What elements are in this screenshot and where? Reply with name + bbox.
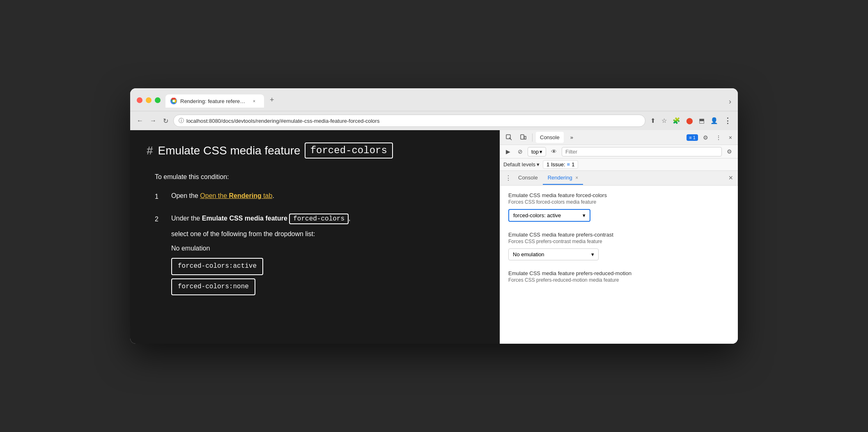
prefers-contrast-dropdown-icon: ▾ <box>591 251 594 257</box>
link-open: Open the <box>200 192 229 199</box>
url-bar[interactable]: ⓘ localhost:8080/docs/devtools/rendering… <box>173 115 645 127</box>
inspect-element-button[interactable] <box>503 133 515 142</box>
nav-actions: ⬆ ☆ 🧩 ⬤ ⬒ 👤 ⋮ <box>649 115 733 127</box>
title-bar: Rendering: feature reference - × + › <box>130 88 738 111</box>
forced-colors-selected: forced-colors: active <box>513 212 561 218</box>
option-no-emulation: No emulation <box>171 243 483 254</box>
heading-code-box: forced-colors <box>305 142 393 159</box>
heading-main-text: Emulate CSS media feature <box>158 144 301 157</box>
minimize-button[interactable] <box>146 97 152 103</box>
browser-window: Rendering: feature reference - × + › ← →… <box>130 88 738 344</box>
tab-close-button[interactable]: × <box>251 98 257 104</box>
console-page-tab[interactable]: Console <box>513 171 543 185</box>
page-content: # Emulate CSS media feature forced-color… <box>130 130 500 344</box>
devtools-panel: Console » ≡ 1 ⚙ ⋮ × <box>500 130 738 344</box>
steps-list: 1 Open the Open the Rendering tab. 2 U <box>155 191 483 299</box>
more-options-button[interactable]: ⋮ <box>713 133 724 142</box>
settings-button[interactable]: ⚙ <box>700 133 711 142</box>
filter-input[interactable] <box>562 147 722 156</box>
prefers-reduced-motion-sublabel: Forces CSS prefers-reduced-motion media … <box>508 277 730 283</box>
devtools-toolbar: Console » ≡ 1 ⚙ ⋮ × <box>500 130 738 145</box>
close-devtools-button[interactable]: × <box>726 133 735 142</box>
clear-console-button[interactable]: ▶ <box>503 147 513 156</box>
levels-row: Default levels ▾ 1 Issue: ≡ 1 <box>500 159 738 171</box>
prefers-reduced-motion-label: Emulate CSS media feature prefers-reduce… <box>508 270 730 276</box>
step-2-sub: select one of the following from the dro… <box>171 229 483 239</box>
maximize-button[interactable] <box>155 97 161 103</box>
toolbar-separator <box>532 133 533 142</box>
levels-dropdown-icon: ▾ <box>537 161 540 168</box>
page-body: To emulate this condition: 1 Open the Op… <box>147 172 483 299</box>
info-icon: ⓘ <box>179 117 184 124</box>
share-button[interactable]: ⬆ <box>649 115 657 126</box>
default-levels-button[interactable]: Default levels ▾ <box>503 161 540 168</box>
eye-button[interactable]: 👁 <box>549 147 559 156</box>
step-2-text: Under the Emulate CSS media feature forc… <box>171 213 483 225</box>
forced-colors-label: Emulate CSS media feature forced-colors <box>508 192 730 198</box>
step-1-num: 1 <box>155 191 163 202</box>
reload-button[interactable]: ↻ <box>161 115 170 126</box>
forced-colors-dropdown-icon: ▾ <box>583 212 586 218</box>
extensions-button[interactable]: 🧩 <box>671 115 682 126</box>
step-2-options: No emulation forced-colors:active forced… <box>171 243 483 295</box>
tab-label: Rendering: feature reference - <box>180 98 248 104</box>
issue-badge: ≡ 1 <box>687 134 698 141</box>
window-controls <box>137 97 161 103</box>
link-tab: tab <box>262 192 273 199</box>
forced-colors-section: Emulate CSS media feature forced-colors … <box>508 192 730 222</box>
tab-dots-menu[interactable]: ⋮ <box>503 171 513 185</box>
issue-count-badge[interactable]: 1 Issue: ≡ 1 <box>543 160 578 169</box>
heading-hash: # <box>147 144 153 157</box>
prefers-contrast-dropdown[interactable]: No emulation ▾ <box>508 248 599 260</box>
forward-button[interactable]: → <box>148 115 158 126</box>
step-1-period: . <box>272 192 274 199</box>
step-1-text: Open the Open the Rendering tab. <box>171 191 483 201</box>
step-2: 2 Under the Emulate CSS media feature fo… <box>155 213 483 299</box>
rendering-tab-close[interactable]: × <box>575 175 578 181</box>
badge-icon: ≡ <box>689 135 691 140</box>
console-tab-button[interactable]: Console <box>536 132 564 143</box>
step-2-code: forced-colors <box>289 214 349 224</box>
rendering-tab-link[interactable]: Open the Rendering tab <box>200 192 272 199</box>
profile-button[interactable]: 👤 <box>709 115 720 126</box>
content-area: # Emulate CSS media feature forced-color… <box>130 130 738 344</box>
close-button[interactable] <box>137 97 142 103</box>
tab-bar: Rendering: feature reference - × + › <box>165 92 731 108</box>
step-2-content: Under the Emulate CSS media feature forc… <box>171 213 483 299</box>
back-button[interactable]: ← <box>135 115 145 126</box>
page-heading: # Emulate CSS media feature forced-color… <box>147 142 483 159</box>
step-2-num: 2 <box>155 214 163 225</box>
recorder-button[interactable]: ⬤ <box>684 115 695 126</box>
prefers-contrast-sublabel: Forces CSS prefers-contrast media featur… <box>508 239 730 244</box>
svg-rect-5 <box>521 135 524 139</box>
no-errors-button[interactable]: ⊘ <box>515 147 525 156</box>
chevron-icon: › <box>729 97 731 106</box>
forced-colors-dropdown[interactable]: forced-colors: active ▾ <box>508 209 590 222</box>
context-selector[interactable]: top ▾ <box>528 147 546 156</box>
close-icon: × <box>729 134 732 141</box>
bookmark-button[interactable]: ☆ <box>660 115 668 126</box>
device-icon <box>520 134 526 141</box>
nav-bar: ← → ↻ ⓘ localhost:8080/docs/devtools/ren… <box>130 111 738 130</box>
rendering-page-tab[interactable]: Rendering × <box>543 171 583 185</box>
intro-text: To emulate this condition: <box>155 172 483 182</box>
split-view-button[interactable]: ⬒ <box>697 115 706 126</box>
settings-icon: ⚙ <box>703 134 708 141</box>
active-tab[interactable]: Rendering: feature reference - × <box>165 94 264 108</box>
rendering-bold: Rendering <box>229 192 262 199</box>
close-all-button[interactable]: × <box>727 172 735 184</box>
device-toggle-button[interactable] <box>517 133 529 142</box>
step-1: 1 Open the Open the Rendering tab. <box>155 191 483 205</box>
console-toolbar: ▶ ⊘ top ▾ 👁 ⚙ <box>500 145 738 159</box>
play-icon: ▶ <box>506 148 510 155</box>
prefers-contrast-selected: No emulation <box>513 251 544 257</box>
svg-rect-6 <box>524 136 526 139</box>
console-settings-button[interactable]: ⚙ <box>724 147 735 156</box>
new-tab-button[interactable]: + <box>266 92 278 108</box>
more-tabs-button[interactable]: » <box>566 132 577 143</box>
prefers-contrast-label: Emulate CSS media feature prefers-contra… <box>508 232 730 238</box>
tab-bar-right: › <box>729 97 731 108</box>
menu-button[interactable]: ⋮ <box>722 115 733 127</box>
prefers-reduced-motion-section: Emulate CSS media feature prefers-reduce… <box>508 270 730 283</box>
rendering-content: Emulate CSS media feature forced-colors … <box>500 186 738 344</box>
